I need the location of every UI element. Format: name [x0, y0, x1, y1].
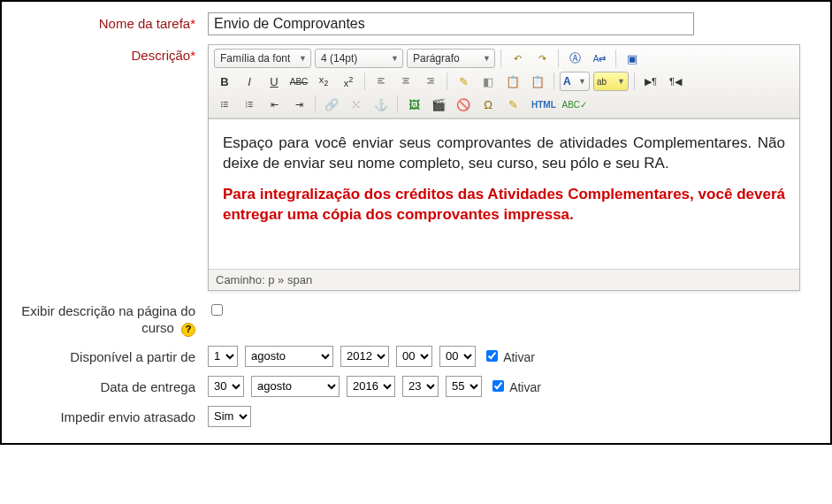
number-list-button[interactable]: 123 — [239, 95, 260, 114]
editor-paragraph-1: Espaço para você enviar seus comprovante… — [223, 134, 785, 174]
outdent-button[interactable]: ⇤ — [263, 95, 285, 114]
media-button[interactable]: 🎬 — [428, 95, 449, 114]
due-hour-select[interactable]: 23 — [402, 376, 439, 397]
block-format-value: Parágrafo — [413, 52, 460, 65]
ltr-button[interactable]: ▶¶ — [640, 72, 661, 91]
task-name-label: Nome da tarefa* — [18, 12, 208, 33]
due-month-select[interactable]: agosto — [251, 376, 340, 397]
spellcheck-button[interactable]: ABC✓ — [564, 95, 585, 114]
prevent-late-select[interactable]: Sim — [208, 406, 251, 427]
due-activate-label: Ativar — [509, 380, 541, 394]
indent-button[interactable]: ⇥ — [288, 95, 309, 114]
svg-point-10 — [221, 103, 223, 105]
due-year-select[interactable]: 2016 — [347, 376, 395, 397]
find-button[interactable]: Ⓐ — [564, 49, 585, 68]
show-desc-checkbox[interactable] — [211, 304, 223, 316]
text-color-dropdown[interactable]: A▼ — [560, 72, 590, 91]
due-activate-checkbox[interactable] — [492, 380, 504, 392]
link-button[interactable]: 🔗 — [321, 95, 342, 114]
bullet-list-button[interactable] — [214, 95, 235, 114]
align-left-button[interactable] — [370, 72, 392, 91]
due-activate-group: Ativar — [489, 378, 541, 394]
task-name-input[interactable] — [208, 12, 694, 35]
available-activate-group: Ativar — [483, 347, 535, 364]
italic-button[interactable]: I — [239, 72, 260, 91]
due-day-select[interactable]: 30 — [208, 376, 244, 397]
bg-color-dropdown[interactable]: ab▼ — [593, 72, 629, 91]
edit-source-button[interactable]: ✎ — [502, 95, 523, 114]
available-year-select[interactable]: 2012 — [340, 346, 389, 367]
help-icon[interactable]: ? — [181, 323, 195, 337]
svg-point-9 — [221, 102, 223, 103]
available-activate-label: Ativar — [503, 350, 535, 364]
description-label: Descrição* — [18, 44, 208, 65]
font-size-dropdown[interactable]: 4 (14pt)▼ — [315, 49, 403, 68]
editor-content-area[interactable]: Espaço para você enviar seus comprovante… — [209, 118, 799, 269]
prevent-late-label: Impedir envio atrasado — [18, 406, 208, 426]
available-month-select[interactable]: agosto — [245, 346, 333, 367]
image-button[interactable]: 🖼 — [403, 95, 424, 114]
editor-toolbar: Família da font▼ 4 (14pt)▼ Parágrafo▼ ↶ … — [209, 45, 799, 118]
due-minute-select[interactable]: 55 — [446, 376, 482, 397]
superscript-button[interactable]: x2 — [338, 72, 359, 91]
subscript-button[interactable]: x2 — [313, 72, 334, 91]
available-activate-checkbox[interactable] — [486, 350, 498, 362]
available-hour-select[interactable]: 00 — [396, 346, 432, 367]
remove-format-button[interactable]: ◧ — [477, 72, 499, 91]
svg-point-11 — [221, 106, 223, 108]
available-from-label: Disponível a partir de — [18, 346, 208, 366]
due-date-label: Data de entrega — [18, 376, 208, 396]
font-size-value: 4 (14pt) — [321, 52, 357, 65]
fullscreen-button[interactable]: ▣ — [622, 49, 643, 68]
block-format-dropdown[interactable]: Parágrafo▼ — [407, 49, 495, 68]
available-minute-select[interactable]: 00 — [439, 346, 476, 367]
prevent-late-row: Impedir envio atrasado Sim — [18, 406, 814, 427]
paste-text-button[interactable]: 📋 — [502, 72, 523, 91]
nolink-button[interactable]: 🚫 — [453, 95, 474, 114]
svg-text:3: 3 — [246, 105, 248, 109]
replace-button[interactable]: A⇄ — [589, 49, 610, 68]
font-family-value: Família da font — [220, 52, 290, 65]
form-container: Nome da tarefa* Descrição* Família da fo… — [0, 0, 832, 445]
editor-paragraph-2: Para integralização dos créditos das Ati… — [223, 185, 785, 225]
strike-button[interactable]: ABC — [288, 72, 309, 91]
bold-button[interactable]: B — [214, 72, 235, 91]
anchor-button[interactable]: ⚓ — [370, 95, 392, 114]
html-button[interactable]: HTML — [527, 95, 561, 114]
font-family-dropdown[interactable]: Família da font▼ — [214, 49, 311, 68]
show-desc-label: Exibir descrição na página do curso ? — [18, 300, 208, 337]
editor-path-bar: Caminho: p » span — [209, 269, 799, 290]
task-name-row: Nome da tarefa* — [18, 12, 814, 35]
rtl-button[interactable]: ¶◀ — [665, 72, 686, 91]
undo-button[interactable]: ↶ — [507, 49, 528, 68]
available-day-select[interactable]: 1 — [208, 346, 238, 367]
redo-button[interactable]: ↷ — [531, 49, 553, 68]
cleanup-button[interactable]: ✎ — [453, 72, 474, 91]
due-date-row: Data de entrega 30 agosto 2016 23 55 Ati… — [18, 376, 814, 397]
description-row: Descrição* Família da font▼ 4 (14pt)▼ Pa… — [18, 44, 814, 291]
show-desc-row: Exibir descrição na página do curso ? — [18, 300, 814, 337]
unlink-button[interactable]: ⛌ — [346, 95, 367, 114]
underline-button[interactable]: U — [263, 72, 285, 91]
paste-word-button[interactable]: 📋 — [527, 72, 548, 91]
rich-text-editor: Família da font▼ 4 (14pt)▼ Parágrafo▼ ↶ … — [208, 44, 800, 291]
special-char-button[interactable]: Ω — [477, 95, 499, 114]
align-right-button[interactable] — [420, 72, 441, 91]
align-center-button[interactable] — [395, 72, 416, 91]
available-from-row: Disponível a partir de 1 agosto 2012 00 … — [18, 346, 814, 367]
